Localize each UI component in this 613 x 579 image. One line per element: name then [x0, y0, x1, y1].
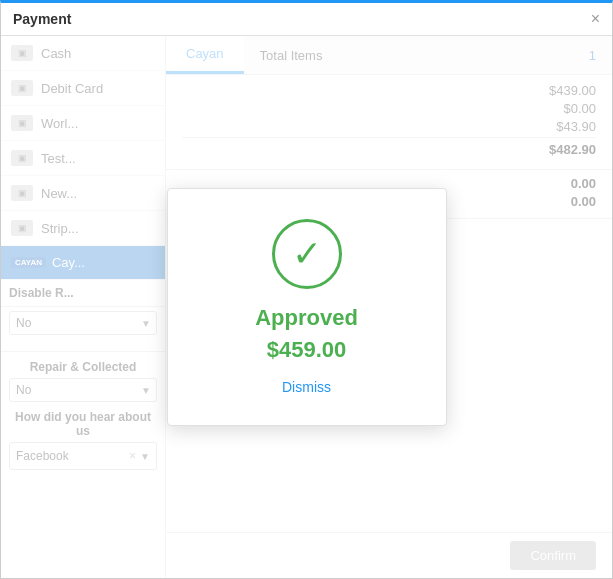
check-circle: ✓ [272, 219, 342, 289]
approval-overlay: ✓ Approved $459.00 Dismiss [1, 36, 612, 578]
dismiss-button[interactable]: Dismiss [282, 379, 331, 395]
check-mark-icon: ✓ [292, 236, 322, 272]
dialog-header: Payment × [1, 3, 612, 36]
dialog-title: Payment [13, 11, 71, 27]
approval-modal: ✓ Approved $459.00 Dismiss [167, 188, 447, 426]
dialog-body: ▣ Cash ▣ Debit Card ▣ Worl... ▣ Test... … [1, 36, 612, 578]
approved-status: Approved [255, 305, 358, 331]
close-button[interactable]: × [591, 11, 600, 27]
approved-amount: $459.00 [267, 337, 347, 363]
payment-dialog: Payment × ▣ Cash ▣ Debit Card ▣ Worl... … [0, 0, 613, 579]
